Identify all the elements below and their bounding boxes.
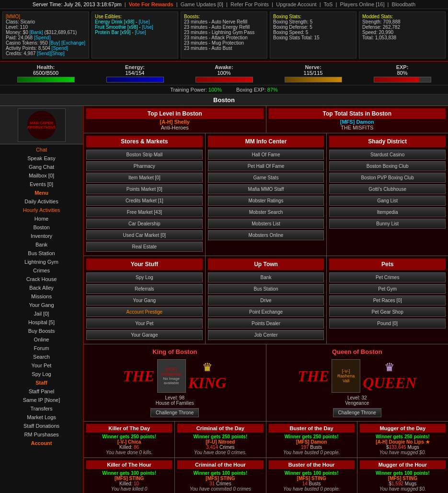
player-level: Level: 110 bbox=[6, 24, 86, 30]
btn-points-market[interactable]: Points Market [0] bbox=[86, 184, 203, 194]
btn-pound[interactable]: Pound [0] bbox=[329, 318, 446, 329]
btn-your-gang[interactable]: Your Gang bbox=[86, 295, 203, 305]
btn-itempedia[interactable]: Itempedia bbox=[329, 207, 446, 217]
city-header: Boston bbox=[0, 94, 448, 106]
btn-bus-station[interactable]: Bus Station bbox=[208, 284, 324, 294]
sidebar-item-missions[interactable]: Missions bbox=[0, 292, 83, 301]
btn-pharmacy[interactable]: Pharmacy bbox=[86, 161, 203, 171]
vote-link[interactable]: Vote For Rewards bbox=[129, 1, 173, 7]
sidebar-item-market-logs[interactable]: Market Logs bbox=[0, 413, 83, 422]
players-online-link[interactable]: Players Online [16] bbox=[340, 1, 385, 7]
sidebar-item-same-ip[interactable]: Same IP [None] bbox=[0, 396, 83, 404]
sidebar-item-staff-panel[interactable]: Staff Panel bbox=[0, 387, 83, 396]
btn-mafia-mmo-staff[interactable]: Mafia MMO Staff bbox=[208, 184, 324, 194]
btn-your-garage[interactable]: Your Garage bbox=[86, 330, 203, 340]
sidebar-item-events[interactable]: Events [0] bbox=[0, 180, 83, 188]
btn-mobster-ratings[interactable]: Mobster Ratings bbox=[208, 196, 324, 206]
btn-point-exchange[interactable]: Point Exchange bbox=[208, 307, 324, 317]
challenge-throne-king[interactable]: Challenge Throne bbox=[150, 408, 199, 417]
btn-strip-mall[interactable]: Boston Strip Mall bbox=[86, 150, 203, 160]
sidebar-item-crimes[interactable]: Crimes bbox=[0, 266, 83, 275]
sidebar-item-bus-station[interactable]: Bus Station bbox=[0, 249, 83, 258]
sidebar-item-jail[interactable]: Jail [0] bbox=[0, 309, 83, 318]
sidebar-item-hospital[interactable]: Hospital [5] bbox=[0, 318, 83, 327]
btn-free-market[interactable]: Free Market [43] bbox=[86, 207, 203, 217]
btn-boston-boxing-club[interactable]: Boston Boxing Club bbox=[329, 161, 446, 171]
upgrade-link[interactable]: Upgrade Account bbox=[276, 1, 316, 7]
hourly-criminal-stat: 31 Crimes bbox=[177, 481, 263, 486]
btn-car-dealership[interactable]: Car Dealership bbox=[86, 219, 203, 229]
btn-your-pet[interactable]: Your Pet bbox=[86, 318, 203, 329]
sidebar-item-gang-chat[interactable]: Gang Chat bbox=[0, 163, 83, 171]
daily-mugger-prize: Winner gets 250 points! bbox=[360, 434, 446, 439]
player-activity: Activity Points: 8,504 [Spend] bbox=[6, 46, 86, 51]
btn-bank[interactable]: Bank bbox=[208, 272, 324, 282]
modded-stats-block: Modded Stats: Strength: 709,888 Defense:… bbox=[359, 12, 446, 59]
btn-mobsters-list[interactable]: Mobsters List bbox=[208, 219, 324, 229]
boxing-total: Boxing Stats Total: 15 bbox=[273, 35, 353, 40]
btn-pet-races[interactable]: Pet Races [0] bbox=[329, 295, 446, 305]
btn-bunny-list[interactable]: Bunny List bbox=[329, 219, 446, 229]
btn-gottis-clubhouse[interactable]: Gotti's Clubhouse bbox=[329, 184, 446, 194]
btn-boston-pvp[interactable]: Boston PVP Boxing Club bbox=[329, 173, 446, 183]
player-class: Class: Sicario bbox=[6, 19, 86, 24]
player-info-block: [MMO] Class: Sicario Level: 110 Money: $… bbox=[2, 12, 89, 59]
pets-section: Pets Pet Crimes Pet Gym Pet Races [0] Pe… bbox=[327, 256, 448, 344]
sidebar-item-search[interactable]: Search bbox=[0, 352, 83, 361]
btn-credits-market[interactable]: Credits Market [1] bbox=[86, 196, 203, 206]
btn-real-estate[interactable]: Real Estate bbox=[86, 242, 203, 252]
btn-mobster-search[interactable]: Mobster Search bbox=[208, 207, 324, 217]
queen-info: Level: 32 Vengeance Challenge Throne bbox=[269, 395, 446, 419]
sidebar-item-boston[interactable]: Boston bbox=[0, 223, 83, 232]
sidebar-item-crack-house[interactable]: Crack House bbox=[0, 275, 83, 283]
sidebar-item-online[interactable]: Online bbox=[0, 335, 83, 344]
sidebar-item-hourly-activities[interactable]: Hourly Activities bbox=[0, 206, 83, 214]
sidebar-item-buy-boosts[interactable]: Buy Boosts bbox=[0, 327, 83, 335]
btn-spy-log[interactable]: Spy Log bbox=[86, 272, 203, 282]
refer-link[interactable]: Refer For Points bbox=[230, 1, 269, 7]
btn-pet-gear-shop[interactable]: Pet Gear Shop bbox=[329, 307, 446, 317]
btn-stardust-casino[interactable]: Stardust Casino bbox=[329, 150, 446, 160]
btn-pet-gym[interactable]: Pet Gym bbox=[329, 284, 446, 294]
sidebar-item-inventory[interactable]: Inventory bbox=[0, 232, 83, 240]
btn-account-prestige[interactable]: Account Prestige bbox=[86, 307, 203, 317]
btn-game-stats[interactable]: Game Stats bbox=[208, 173, 324, 183]
btn-mobsters-online[interactable]: Mobsters Online bbox=[208, 230, 324, 240]
sidebar-item-bank[interactable]: Bank bbox=[0, 240, 83, 249]
hourly-killer-prize: Winner gets 100 points! bbox=[86, 470, 172, 476]
btn-pet-hall-of-fame[interactable]: Pet Hall Of Fame bbox=[208, 161, 324, 171]
btn-used-car-market[interactable]: Used Car Market [0] bbox=[86, 230, 203, 240]
sidebar-item-your-pet[interactable]: Your Pet bbox=[0, 361, 83, 370]
game-updates-link[interactable]: Game Updates [0] bbox=[181, 1, 223, 7]
btn-hall-of-fame[interactable]: Hall Of Fame bbox=[208, 150, 324, 160]
btn-gang-list[interactable]: Gang List bbox=[329, 196, 446, 206]
sidebar-item-transfers[interactable]: Transfers bbox=[0, 404, 83, 413]
btn-drive[interactable]: Drive bbox=[208, 295, 324, 305]
daily-buster-header: Buster of the Day bbox=[269, 424, 355, 433]
challenge-throne-queen[interactable]: Challenge Throne bbox=[333, 408, 381, 417]
btn-referrals[interactable]: Referrals bbox=[86, 284, 203, 294]
stores-section: Stores & Markets Boston Strip Mall Pharm… bbox=[84, 133, 206, 256]
btn-job-center[interactable]: Job Center bbox=[208, 330, 324, 340]
sidebar-item-speak-easy[interactable]: Speak Easy bbox=[0, 154, 83, 163]
tos-link[interactable]: ToS bbox=[324, 1, 333, 7]
btn-item-market[interactable]: Item Market [0] bbox=[86, 173, 203, 183]
hourly-criminal-header: Criminal of the Hour bbox=[177, 460, 263, 469]
daily-buster-prize: Winner gets 250 points! bbox=[269, 434, 355, 439]
sidebar-item-daily-activities[interactable]: Daily Activities bbox=[0, 197, 83, 206]
sidebar-item-forum[interactable]: Forum bbox=[0, 344, 83, 352]
sidebar-item-lightning-gym[interactable]: Lightning Gym bbox=[0, 258, 83, 266]
hourly-killer-cell: Killer of The Hour Winner gets 100 point… bbox=[84, 458, 175, 493]
sidebar-item-chat[interactable]: Chat bbox=[0, 145, 83, 154]
daily-killer-name: [-V-] Chica bbox=[86, 439, 172, 445]
btn-pet-crimes[interactable]: Pet Crimes bbox=[329, 272, 446, 282]
sidebar-item-back-alley[interactable]: Back Alley bbox=[0, 283, 83, 292]
btn-points-dealer[interactable]: Points Dealer bbox=[208, 318, 324, 329]
sidebar-item-rm-purchases[interactable]: RM Purshases bbox=[0, 430, 83, 439]
sidebar-item-home[interactable]: Home bbox=[0, 214, 83, 223]
sidebar-item-staff-donations[interactable]: Staff Donations bbox=[0, 422, 83, 430]
sidebar-item-spy-log[interactable]: Spy Log bbox=[0, 370, 83, 378]
sidebar-item-your-gang[interactable]: Your Gang bbox=[0, 301, 83, 309]
bloodbath-link[interactable]: Bloodbath bbox=[392, 1, 416, 7]
sidebar-item-mailbox[interactable]: Mailbox [0] bbox=[0, 171, 83, 180]
